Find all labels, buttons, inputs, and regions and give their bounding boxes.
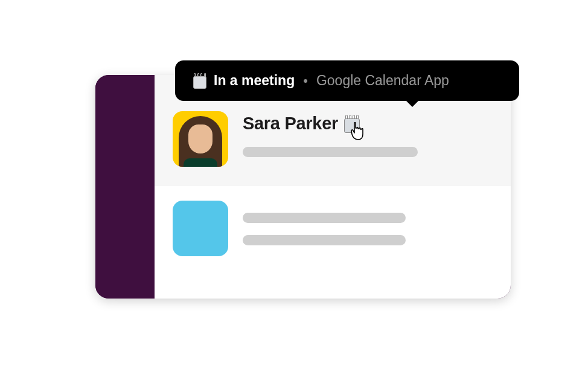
message-row[interactable]: [155, 186, 511, 272]
author-name[interactable]: Sara Parker: [243, 114, 338, 134]
avatar[interactable]: [173, 201, 228, 256]
message-list: Sara Parker: [155, 75, 511, 299]
tooltip-source-text: Google Calendar App: [316, 73, 449, 89]
calendar-notepad-icon: [193, 73, 206, 89]
app-window: Sara Parker: [95, 75, 511, 299]
sidebar: [95, 75, 155, 299]
calendar-notepad-icon[interactable]: [344, 115, 360, 133]
tooltip-status-text: In a meeting: [214, 73, 295, 89]
tooltip-separator: •: [303, 73, 308, 89]
message-text-placeholder: [243, 147, 418, 157]
message-content: Sara Parker: [243, 111, 490, 169]
message-text-placeholder: [243, 235, 406, 245]
message-text-placeholder: [243, 213, 406, 223]
avatar-photo-placeholder: [173, 111, 228, 167]
message-content: [243, 201, 490, 257]
avatar[interactable]: [173, 111, 228, 167]
status-tooltip: In a meeting • Google Calendar App: [175, 60, 519, 101]
